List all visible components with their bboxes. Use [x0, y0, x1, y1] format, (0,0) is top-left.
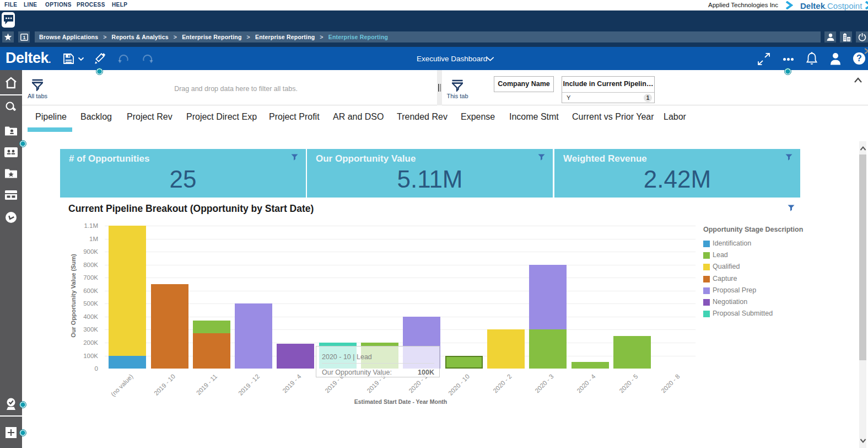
svg-text:1: 1	[23, 35, 25, 40]
